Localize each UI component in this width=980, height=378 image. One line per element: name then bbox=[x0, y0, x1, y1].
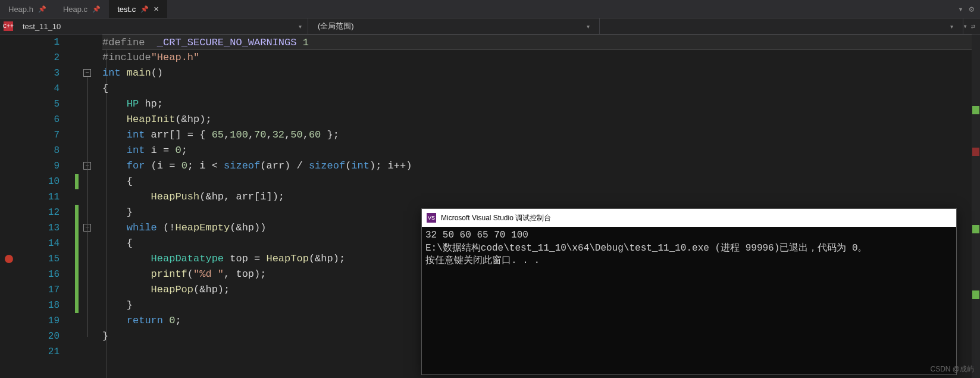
scroll-indicator[interactable] bbox=[972, 35, 980, 378]
tab-label: Heap.h bbox=[8, 5, 33, 14]
line-number: 2 bbox=[18, 50, 60, 65]
change-marker bbox=[75, 174, 79, 189]
chevron-down-icon: ▾ bbox=[587, 23, 590, 30]
line-number: 21 bbox=[18, 344, 60, 360]
line-number: 1 bbox=[18, 35, 60, 50]
line-number: 7 bbox=[18, 127, 60, 143]
code-line[interactable]: { bbox=[102, 174, 980, 189]
scroll-marker bbox=[972, 290, 979, 299]
line-number: 13 bbox=[18, 220, 60, 236]
fold-icon[interactable]: − bbox=[83, 69, 91, 77]
pin-icon[interactable]: 📌 bbox=[140, 5, 149, 13]
split-icon[interactable]: ▾ bbox=[963, 22, 968, 31]
line-number: 17 bbox=[18, 282, 60, 298]
console-line: 按任意键关闭此窗口. . . bbox=[425, 255, 953, 268]
code-line[interactable]: int arr[] = { 65,100,70,32,50,60 }; bbox=[102, 127, 980, 143]
gutter: 1 2 3 4 5 6 7 8 9 10 11 12 13 14 15 16 1… bbox=[0, 35, 101, 378]
line-number: 12 bbox=[18, 205, 60, 220]
line-number: 18 bbox=[18, 298, 60, 313]
chevron-down-icon: ▾ bbox=[299, 23, 302, 30]
line-number: 15 bbox=[18, 251, 60, 267]
code-line[interactable]: HP hp; bbox=[102, 96, 980, 112]
gear-icon[interactable]: ⚙ bbox=[969, 4, 974, 14]
tab-bar: Heap.h📌 Heap.c📌 test.c📌✕ ▾ ⚙ bbox=[0, 0, 980, 18]
project-name: test_11_10 bbox=[23, 22, 61, 31]
change-marker bbox=[75, 205, 79, 313]
close-icon[interactable]: ✕ bbox=[154, 5, 159, 13]
pin-icon[interactable]: 📌 bbox=[92, 5, 101, 13]
line-number: 8 bbox=[18, 143, 60, 158]
console-title: Microsoft Visual Studio 调试控制台 bbox=[441, 213, 551, 223]
line-number-column: 1 2 3 4 5 6 7 8 9 10 11 12 13 14 15 16 1… bbox=[18, 35, 75, 378]
line-number: 14 bbox=[18, 236, 60, 251]
pin-icon[interactable]: 📌 bbox=[38, 5, 46, 13]
nav-bar: C++ test_11_10▾ (全局范围)▾ ▾ ▾ ⇄ bbox=[0, 18, 980, 35]
watermark: CSDN @成屿 bbox=[930, 364, 974, 374]
code-line[interactable]: HeapPush(&hp, arr[i]); bbox=[102, 189, 980, 205]
scroll-marker bbox=[972, 148, 979, 156]
tab-label: Heap.c bbox=[63, 5, 87, 14]
tab-heap-c[interactable]: Heap.c📌 bbox=[55, 0, 109, 18]
breakpoint-icon[interactable] bbox=[5, 255, 13, 263]
dropdown-icon[interactable]: ▾ bbox=[958, 4, 963, 14]
code-line[interactable]: #include"Heap.h" bbox=[102, 50, 980, 65]
code-line[interactable]: { bbox=[102, 81, 980, 96]
code-line[interactable]: HeapInit(&hp); bbox=[102, 112, 980, 127]
tab-test-c[interactable]: test.c📌✕ bbox=[109, 0, 167, 18]
member-selector[interactable]: ▾ bbox=[600, 18, 963, 34]
code-line[interactable]: for (i = 0; i < sizeof(arr) / sizeof(int… bbox=[102, 158, 980, 174]
debug-console-window[interactable]: VS Microsoft Visual Studio 调试控制台 32 50 6… bbox=[421, 208, 957, 375]
vs-icon: VS bbox=[427, 213, 436, 223]
line-number: 16 bbox=[18, 267, 60, 282]
project-selector[interactable]: test_11_10▾ bbox=[17, 18, 308, 34]
code-line[interactable]: int main() bbox=[102, 65, 980, 81]
console-line: E:\数据结构code\test_11_10\x64\Debug\test_11… bbox=[425, 242, 953, 255]
line-number: 6 bbox=[18, 112, 60, 127]
scope-label: (全局范围) bbox=[318, 21, 354, 32]
line-number: 4 bbox=[18, 81, 60, 96]
console-line: 32 50 60 65 70 100 bbox=[425, 229, 953, 242]
swap-icon[interactable]: ⇄ bbox=[971, 22, 975, 31]
breakpoint-column[interactable] bbox=[0, 35, 18, 378]
scope-selector[interactable]: (全局范围)▾ bbox=[308, 18, 600, 34]
code-line[interactable]: int i = 0; bbox=[102, 143, 980, 158]
line-number: 10 bbox=[18, 174, 60, 189]
console-titlebar[interactable]: VS Microsoft Visual Studio 调试控制台 bbox=[422, 209, 956, 227]
code-line[interactable]: #define _CRT_SECURE_NO_WARNINGS 1 bbox=[102, 35, 980, 50]
line-number: 20 bbox=[18, 329, 60, 344]
scroll-marker bbox=[972, 225, 979, 233]
line-number: 19 bbox=[18, 313, 60, 329]
tab-heap-h[interactable]: Heap.h📌 bbox=[0, 0, 55, 18]
line-number: 5 bbox=[18, 96, 60, 112]
console-output: 32 50 60 65 70 100E:\数据结构code\test_11_10… bbox=[422, 227, 956, 270]
tab-label: test.c bbox=[117, 5, 136, 14]
project-icon: C++ bbox=[4, 21, 13, 31]
chevron-down-icon: ▾ bbox=[950, 23, 953, 30]
fold-line bbox=[87, 77, 87, 337]
scroll-marker bbox=[972, 106, 979, 114]
marker-column: − − − bbox=[75, 35, 101, 378]
line-number: 9 bbox=[18, 158, 60, 174]
line-number: 11 bbox=[18, 189, 60, 205]
line-number: 3 bbox=[18, 65, 60, 81]
